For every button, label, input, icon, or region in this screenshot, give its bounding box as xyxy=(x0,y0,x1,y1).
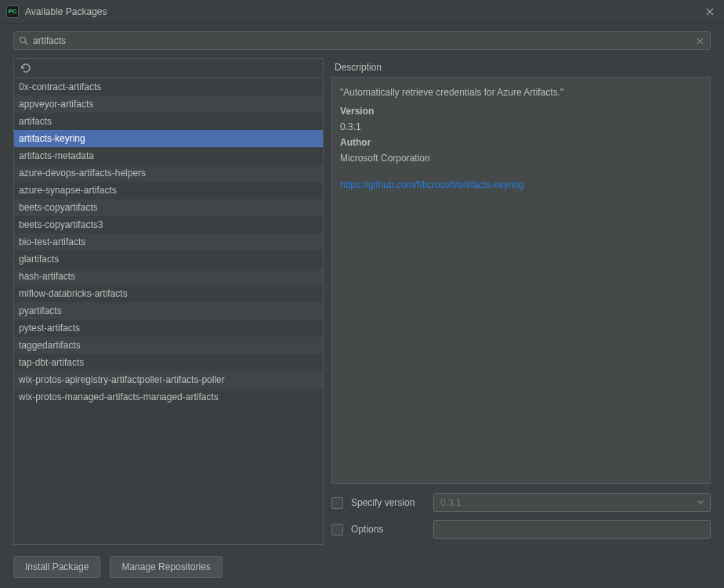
main-area: 0x-contract-artifactsappveyor-artifactsa… xyxy=(0,58,724,545)
package-item[interactable]: artifacts-keyring xyxy=(14,130,323,147)
package-list[interactable]: 0x-contract-artifactsappveyor-artifactsa… xyxy=(14,78,323,544)
package-item[interactable]: tap-dbt-artifacts xyxy=(14,354,323,371)
package-item[interactable]: pyartifacts xyxy=(14,302,323,319)
version-combobox[interactable]: 0.3.1 xyxy=(433,493,711,512)
package-item[interactable]: beets-copyartifacts xyxy=(14,199,323,216)
project-link[interactable]: https://github.com/Microsoft/artifacts-k… xyxy=(340,179,702,190)
description-panel: Description "Automatically retrieve cred… xyxy=(331,58,711,545)
package-item[interactable]: pytest-artifacts xyxy=(14,319,323,337)
window-title: Available Packages xyxy=(25,6,702,17)
package-item[interactable]: artifacts xyxy=(14,113,323,130)
package-item[interactable]: artifacts-metadata xyxy=(14,147,323,164)
package-item[interactable]: azure-synapse-artifacts xyxy=(14,182,323,199)
search-input[interactable] xyxy=(33,32,690,49)
svg-point-0 xyxy=(20,38,26,43)
search-row xyxy=(0,23,724,58)
options-area: Specify version 0.3.1 Options xyxy=(331,484,711,545)
package-item[interactable]: appveyor-artifacts xyxy=(14,96,323,113)
description-header: Description xyxy=(331,58,711,78)
titlebar: PC Available Packages xyxy=(0,0,724,23)
options-label: Options xyxy=(351,524,425,535)
options-checkbox[interactable] xyxy=(331,524,343,536)
package-item[interactable]: wix-protos-apiregistry-artifactpoller-ar… xyxy=(14,371,323,388)
version-label: Version xyxy=(340,106,702,117)
search-icon xyxy=(14,36,33,45)
specify-version-checkbox[interactable] xyxy=(331,497,343,509)
clear-search-icon[interactable] xyxy=(690,38,710,45)
description-body: "Automatically retrieve credentials for … xyxy=(331,78,711,484)
version-combobox-value: 0.3.1 xyxy=(440,497,697,508)
search-field-wrap xyxy=(13,31,711,50)
install-package-button[interactable]: Install Package xyxy=(13,556,100,578)
package-item[interactable]: bio-test-artifacts xyxy=(14,233,323,251)
package-list-panel: 0x-contract-artifactsappveyor-artifactsa… xyxy=(13,58,324,545)
package-item[interactable]: glartifacts xyxy=(14,251,323,268)
specify-version-row: Specify version 0.3.1 xyxy=(331,492,711,514)
package-item[interactable]: azure-devops-artifacts-helpers xyxy=(14,164,323,182)
options-textfield[interactable] xyxy=(433,520,711,539)
chevron-down-icon xyxy=(697,500,704,505)
package-item[interactable]: wix-protos-managed-artifacts-managed-art… xyxy=(14,388,323,406)
refresh-icon[interactable] xyxy=(20,63,31,74)
options-row: Options xyxy=(331,518,711,540)
description-text: "Automatically retrieve credentials for … xyxy=(340,87,702,98)
package-item[interactable]: 0x-contract-artifacts xyxy=(14,78,323,96)
author-label: Author xyxy=(340,137,702,148)
close-icon[interactable] xyxy=(702,4,718,20)
list-toolbar xyxy=(14,59,323,78)
app-icon: PC xyxy=(6,5,19,18)
package-item[interactable]: beets-copyartifacts3 xyxy=(14,216,323,233)
author-value: Microsoft Corporation xyxy=(340,153,702,164)
manage-repositories-button[interactable]: Manage Repositories xyxy=(110,556,222,578)
specify-version-label: Specify version xyxy=(351,497,425,508)
version-value: 0.3.1 xyxy=(340,121,702,132)
bottom-bar: Install Package Manage Repositories xyxy=(0,545,724,588)
package-item[interactable]: mlflow-databricks-artifacts xyxy=(14,285,323,302)
package-item[interactable]: taggedartifacts xyxy=(14,337,323,354)
package-item[interactable]: hash-artifacts xyxy=(14,268,323,285)
